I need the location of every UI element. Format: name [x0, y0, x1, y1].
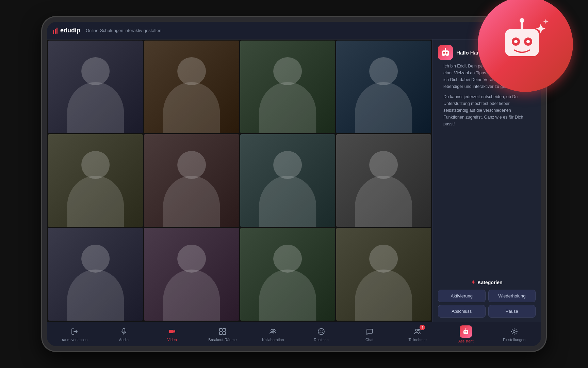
toolbar-item-collaboration[interactable]: Kollaboration: [261, 327, 285, 342]
video-cell-4: [336, 41, 431, 133]
people-icon: 3: [413, 327, 422, 336]
exit-icon: [70, 327, 79, 336]
toolbar-label-chat: Chat: [365, 338, 373, 342]
toolbar-label-audio: Audio: [119, 338, 129, 342]
desc-paragraph-2: Du kannst jederzeit entscheiden, ob Du U…: [443, 93, 530, 127]
video-cell-1: [48, 41, 143, 133]
toolbar-label-breakout: Breakout-Räume: [208, 338, 236, 342]
toolbar-label-participants: Teilnehmer: [409, 338, 427, 342]
toolbar-item-reaction[interactable]: Reaktion: [309, 327, 333, 342]
person-silhouette-9: [48, 228, 143, 321]
person-silhouette-3: [240, 41, 335, 133]
mic-icon: [119, 327, 129, 336]
video-cell-9: [48, 228, 143, 321]
svg-rect-14: [169, 330, 174, 333]
svg-point-4: [526, 40, 530, 43]
toolbar-item-settings[interactable]: Einstellungen: [502, 327, 526, 342]
ai-robot-face-svg: [498, 17, 553, 72]
toolbar-label-collaboration: Kollaboration: [262, 338, 284, 342]
svg-rect-12: [123, 328, 125, 332]
person-silhouette-1: [48, 41, 143, 133]
svg-point-11: [445, 48, 446, 49]
svg-point-27: [464, 331, 466, 333]
person-silhouette-4: [336, 41, 431, 133]
toolbar-label-settings: Einstellungen: [503, 338, 525, 342]
video-grid: [47, 40, 432, 322]
toolbar-label-assistant: Assistent: [458, 339, 474, 343]
toolbar-item-audio[interactable]: Audio: [112, 327, 136, 342]
person-silhouette-2: [144, 41, 239, 133]
svg-point-8: [443, 52, 445, 54]
categories-header: ✦ Kategorien: [438, 279, 536, 286]
chat-icon: [365, 327, 374, 336]
header: edudip Online-Schulungen interaktiv gest…: [47, 22, 541, 40]
logo-stripes: [53, 28, 58, 34]
categories-label: Kategorien: [477, 280, 502, 285]
toolbar-item-chat[interactable]: Chat: [358, 327, 381, 342]
person-silhouette-10: [144, 228, 239, 321]
svg-point-30: [466, 328, 467, 329]
video-cell-6: [144, 134, 239, 227]
svg-point-9: [446, 52, 448, 54]
video-cell-3: [240, 41, 335, 133]
toolbar-label-leave: raum verlassen: [62, 338, 87, 342]
tablet-wrapper: edudip Online-Schulungen interaktiv gest…: [42, 17, 546, 351]
video-cell-10: [144, 228, 239, 321]
logo-area: edudip: [53, 27, 80, 34]
header-subtitle: Online-Schulungen interaktiv gestalten: [86, 28, 162, 33]
toolbar-item-assistant[interactable]: Assistent: [454, 325, 478, 343]
ai-robot-overlay: [478, 0, 573, 92]
toolbar: raum verlassen Audio: [47, 322, 541, 346]
svg-point-23: [322, 330, 323, 331]
category-btn-wiederholung[interactable]: Wiederholung: [488, 290, 536, 302]
categories-section: ✦ Kategorien Aktivierung Wiederholung Ab…: [432, 275, 541, 322]
video-cell-12: [336, 228, 431, 321]
logo-text: edudip: [60, 27, 80, 34]
person-silhouette-8: [336, 134, 431, 227]
person-silhouette-7: [240, 134, 335, 227]
svg-point-19: [271, 329, 273, 332]
svg-rect-16: [223, 328, 226, 331]
sparkle-icon: ✦: [471, 279, 475, 286]
person-silhouette-6: [144, 134, 239, 227]
toolbar-label-reaction: Reaktion: [314, 338, 328, 342]
svg-point-20: [273, 329, 275, 332]
toolbar-item-video[interactable]: Video: [160, 327, 184, 342]
toolbar-item-leave[interactable]: raum verlassen: [62, 327, 87, 342]
person-silhouette-12: [336, 228, 431, 321]
video-cell-8: [336, 134, 431, 227]
svg-point-31: [513, 331, 515, 333]
svg-rect-17: [219, 332, 222, 335]
svg-point-28: [466, 331, 468, 333]
video-cell-11: [240, 228, 335, 321]
category-btn-abschluss[interactable]: Abschluss: [438, 305, 486, 318]
category-btn-pause[interactable]: Pause: [488, 305, 536, 318]
svg-point-3: [514, 40, 518, 43]
bot-face-icon: [441, 48, 450, 57]
svg-point-6: [520, 18, 524, 23]
tablet-screen: edudip Online-Schulungen interaktiv gest…: [47, 22, 541, 346]
video-cell-7: [240, 134, 335, 227]
svg-point-25: [419, 329, 420, 331]
svg-point-24: [415, 329, 418, 331]
svg-rect-26: [463, 330, 468, 334]
person-silhouette-5: [48, 134, 143, 227]
svg-point-21: [318, 328, 324, 335]
videocam-icon: [167, 327, 177, 336]
toolbar-label-video: Video: [167, 338, 177, 342]
tablet-outer: edudip Online-Schulungen interaktiv gest…: [42, 17, 546, 351]
toolbar-item-breakout[interactable]: Breakout-Räume: [208, 327, 236, 342]
settings-icon: [509, 327, 519, 336]
assistant-description: Ich bin Eddi, Dein persönlicher Assisten…: [432, 63, 541, 275]
category-btn-aktivierung[interactable]: Aktivierung: [438, 290, 486, 302]
participants-badge: 3: [420, 325, 425, 330]
svg-rect-15: [219, 328, 222, 331]
grid-icon: [218, 327, 227, 336]
video-cell-2: [144, 41, 239, 133]
svg-point-22: [320, 330, 321, 331]
svg-rect-7: [442, 50, 449, 56]
reaction-icon: [316, 327, 326, 336]
collab-icon: [268, 327, 278, 336]
toolbar-item-participants[interactable]: 3 Teilnehmer: [406, 327, 429, 342]
video-cell-5: [48, 134, 143, 227]
